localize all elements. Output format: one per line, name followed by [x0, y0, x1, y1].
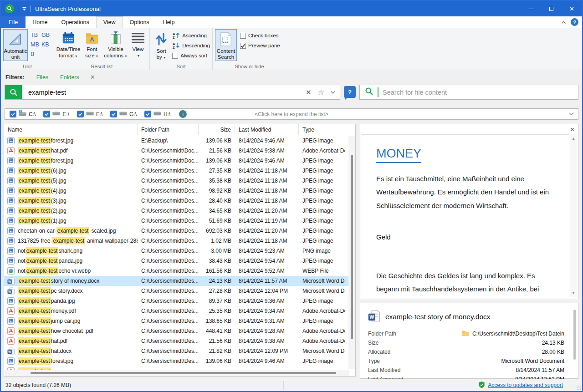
- datetime-format-button[interactable]: Date/Time format▼: [56, 29, 80, 61]
- unit-tb-button[interactable]: TB: [30, 31, 41, 39]
- content-search-box[interactable]: Search for file content: [359, 85, 578, 100]
- drive-item-c[interactable]: C:\: [10, 110, 36, 118]
- cell-folder-path: C:\Users\schmidt\Des...: [138, 258, 199, 264]
- scrollbar-thumb[interactable]: [351, 155, 353, 339]
- automatic-unit-button[interactable]: Automatic unit: [3, 29, 28, 61]
- view-button[interactable]: View ▼: [129, 29, 147, 61]
- font-size-button[interactable]: A Font size▼: [81, 29, 103, 61]
- checkbox-checked-icon[interactable]: [10, 111, 16, 117]
- updates-support-link[interactable]: Access to updates and support: [488, 382, 563, 388]
- unit-mb-button[interactable]: MB: [30, 41, 41, 48]
- filter-folders-link[interactable]: Folders: [60, 74, 79, 81]
- table-row[interactable]: example-test forest.jpgC:\Users\schmidt\…: [4, 156, 349, 166]
- vertical-scrollbar[interactable]: [348, 136, 355, 369]
- dropdown-caret-icon: ▼: [75, 55, 78, 58]
- table-row[interactable]: example-test (2).jpgC:\Users\schmidt\Des…: [4, 206, 349, 216]
- checkbox-checked-icon[interactable]: [144, 111, 151, 117]
- tab-operations[interactable]: Operations: [55, 16, 96, 28]
- cell-last-modified: 8/14/2024 11:18 AM: [235, 188, 299, 194]
- detail-value: 24.13 KB: [542, 340, 564, 346]
- filter-files-link[interactable]: Files: [36, 74, 48, 81]
- minimize-button[interactable]: [521, 1, 541, 16]
- column-header-last-modified[interactable]: Last Modified: [235, 124, 299, 135]
- close-preview-icon[interactable]: ✕: [570, 126, 575, 133]
- search-query[interactable]: example-test: [22, 89, 302, 96]
- clear-filters-icon[interactable]: ✕: [90, 74, 95, 81]
- table-row[interactable]: example-test (5).jpgC:\Users\schmidt\Des…: [4, 176, 349, 186]
- drive-item-e[interactable]: E:\: [43, 111, 69, 117]
- details-scrollbar[interactable]: [573, 310, 576, 360]
- checkbox-checked-icon[interactable]: [77, 111, 84, 117]
- help-icon[interactable]: ?: [571, 18, 578, 26]
- tab-view[interactable]: View: [96, 16, 123, 28]
- table-row[interactable]: Wexample-test pc story.docxC:\Users\schm…: [4, 286, 349, 296]
- search-history-dropdown-icon[interactable]: [327, 91, 340, 94]
- column-header-name[interactable]: Name: [4, 124, 138, 135]
- scroll-down-icon[interactable]: ▼: [570, 290, 577, 296]
- sort-by-button[interactable]: Sort by▼: [152, 29, 170, 61]
- column-header-folder-path[interactable]: Folder Path: [138, 124, 199, 135]
- unit-gb-button[interactable]: GB: [41, 31, 51, 39]
- table-row[interactable]: example-test (4).jpgC:\Users\schmidt\Des…: [4, 186, 349, 196]
- resize-grip[interactable]: [576, 385, 581, 390]
- table-row[interactable]: example-test jump car.jpgC:\Users\schmid…: [4, 316, 349, 326]
- table-row[interactable]: example-test forest.jpgE:\Backup\139.06 …: [4, 136, 349, 146]
- search-syntax-help-button[interactable]: ?: [344, 86, 356, 98]
- drive-selection-bar[interactable]: C:\E:\F:\G:\H:\ + <Click here to expand …: [5, 108, 578, 120]
- check-boxes-checkbox[interactable]: Check boxes: [240, 31, 280, 41]
- content-search-button[interactable]: Content Search: [215, 29, 237, 61]
- favorite-star-icon[interactable]: ☆: [315, 88, 327, 97]
- table-row[interactable]: example-test hat.pdfC:\Users\schmidt\Doc…: [4, 146, 349, 156]
- scroll-up-icon[interactable]: ▲: [570, 135, 577, 142]
- tab-options[interactable]: Options: [123, 16, 156, 28]
- document-preview[interactable]: MONEY Es ist ein Tauschmittel, eine Maße…: [362, 134, 569, 297]
- visible-columns-button[interactable]: Visible columns▼: [104, 29, 128, 61]
- ascending-button[interactable]: AZ Ascending: [172, 31, 210, 41]
- table-row[interactable]: cheetah-on-car-example-test-scaled.jpgC:…: [4, 226, 349, 236]
- maximize-button[interactable]: [541, 1, 562, 16]
- quick-access-toolbar-dropdown[interactable]: [22, 7, 27, 11]
- drive-item-g[interactable]: G:\: [110, 111, 137, 117]
- table-row[interactable]: example-test panda.jpgC:\Users\schmidt\D…: [4, 296, 349, 306]
- unit-b-button[interactable]: B: [30, 51, 41, 58]
- drive-list-dropdown-icon[interactable]: [569, 112, 574, 117]
- horizontal-scrollbar[interactable]: [4, 370, 349, 376]
- scrollbar-thumb[interactable]: [31, 372, 336, 374]
- close-button[interactable]: ✕: [562, 1, 582, 16]
- preview-pane-checkbox[interactable]: Preview pane: [240, 41, 280, 51]
- drive-item-h[interactable]: H:\: [144, 111, 170, 117]
- drive-item-f[interactable]: F:\: [77, 111, 102, 117]
- table-row[interactable]: Wexample-test hat.docxC:\Users\schmidt\D…: [4, 346, 349, 356]
- table-row[interactable]: example-test (3).jpgC:\Users\schmidt\Des…: [4, 196, 349, 206]
- cell-last-modified: 8/14/2024 11:20 AM: [235, 208, 299, 214]
- filename-search-box[interactable]: example-test ✕ ☆: [5, 85, 340, 100]
- table-row[interactable]: not example-test panda.jpgC:\Users\schmi…: [4, 256, 349, 266]
- unit-kb-button[interactable]: KB: [41, 41, 51, 48]
- table-row[interactable]: example-test (6).jpgC:\Users\schmidt\Des…: [4, 166, 349, 176]
- table-row[interactable]: not example-test shark.pngC:\Users\schmi…: [4, 246, 349, 256]
- column-header-type[interactable]: Type: [299, 124, 349, 135]
- table-row[interactable]: not example-test echo vr.webpC:\Users\sc…: [4, 266, 349, 276]
- cell-size: 25.35 KB: [199, 308, 235, 314]
- tab-home[interactable]: Home: [26, 16, 54, 28]
- cell-type: JPEG image: [299, 298, 345, 304]
- tab-file[interactable]: File: [1, 16, 26, 28]
- table-row[interactable]: example-test (1).jpgC:\Users\schmidt\Des…: [4, 216, 349, 226]
- descending-button[interactable]: AZ Descending: [172, 41, 210, 51]
- checkbox-checked-icon[interactable]: [110, 111, 117, 117]
- expand-list-hint[interactable]: <Click here to expand the list>: [255, 111, 328, 117]
- checkbox-checked-icon[interactable]: [43, 111, 50, 117]
- clear-search-icon[interactable]: ✕: [302, 88, 315, 97]
- tab-help[interactable]: Help: [156, 16, 182, 28]
- table-row[interactable]: example-test hat.pdfC:\Users\schmidt\Des…: [4, 336, 349, 346]
- table-row[interactable]: Wexample-test story of money.docxC:\User…: [4, 276, 349, 286]
- collapse-ribbon-icon[interactable]: [561, 20, 566, 25]
- add-drive-button[interactable]: +: [179, 110, 187, 118]
- always-sort-checkbox[interactable]: Always sort: [172, 51, 210, 61]
- table-row[interactable]: example-test money.pdfC:\Users\schmidt\D…: [4, 306, 349, 316]
- table-row[interactable]: example-test forest.jpgC:\Users\schmidt\…: [4, 356, 349, 366]
- preview-scrollbar[interactable]: ▲ ▼: [570, 134, 577, 297]
- table-row[interactable]: example-test how chocolat .pdfC:\Users\s…: [4, 326, 349, 336]
- table-row[interactable]: 1317825-free-example-test-animal-wallpap…: [4, 236, 349, 246]
- column-header-size[interactable]: Size: [199, 124, 235, 135]
